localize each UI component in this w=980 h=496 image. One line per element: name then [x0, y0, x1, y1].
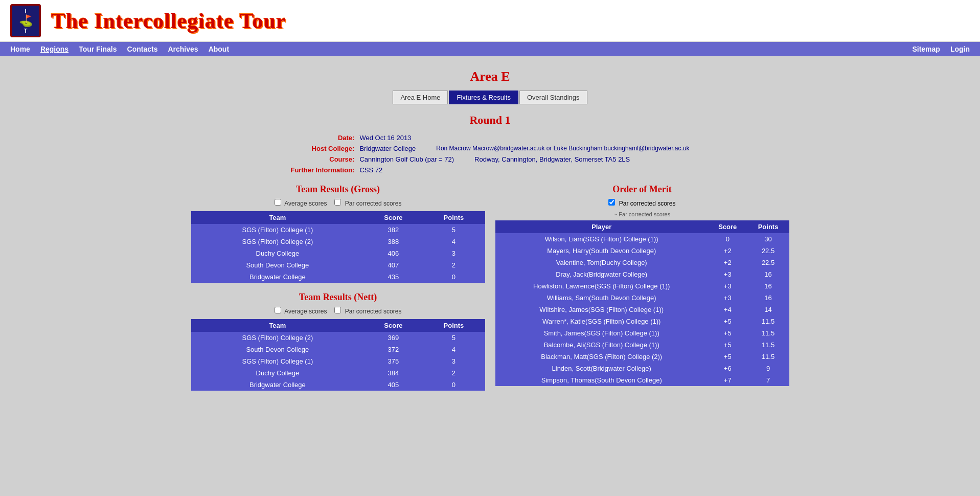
- host-value: Bridgwater College: [359, 145, 416, 152]
- gross-par-label[interactable]: Par corrected scores: [334, 199, 401, 207]
- gross-par-checkbox[interactable]: [334, 199, 341, 206]
- om-player-cell: Linden, Scott(Bridgwater College): [495, 363, 708, 374]
- om-player-cell: Mayers, Harry(South Devon College): [495, 245, 708, 257]
- tab-fixtures-results[interactable]: Fixtures & Results: [449, 91, 518, 104]
- nav-contacts[interactable]: Contacts: [127, 45, 158, 53]
- nav-regions[interactable]: Regions: [40, 45, 69, 53]
- page-title: Area E: [191, 69, 789, 84]
- om-score-cell: +5: [708, 327, 747, 339]
- gross-points-cell: 4: [422, 236, 485, 247]
- nett-score-cell: 375: [364, 355, 422, 367]
- info-grid: Date: Wed Oct 16 2013 Host College: Brid…: [290, 134, 689, 174]
- nett-table: Team Score Points SGS (Filton) College (…: [191, 319, 485, 391]
- nav-about[interactable]: About: [209, 45, 229, 53]
- nett-par-label[interactable]: Par corrected scores: [334, 307, 401, 315]
- nav-archives[interactable]: Archives: [168, 45, 198, 53]
- gross-score-cell: 407: [364, 259, 422, 271]
- table-row: South Devon College 407 2: [191, 259, 485, 271]
- tab-overall-standings[interactable]: Overall Standings: [519, 91, 587, 104]
- om-par-label[interactable]: Par corrected scores: [608, 199, 675, 207]
- om-score-cell: +5: [708, 315, 747, 327]
- om-col-player: Player: [495, 220, 708, 233]
- gross-title: Team Results (Gross): [191, 184, 485, 195]
- gross-score-cell: 388: [364, 236, 422, 247]
- nett-points-cell: 5: [422, 332, 485, 344]
- table-row: Smith, James(SGS (Filton) College (1)) +…: [495, 327, 789, 339]
- further-label: Further Information:: [290, 166, 354, 174]
- om-player-cell: Simpson, Thomas(South Devon College): [495, 374, 708, 386]
- om-par-checkbox[interactable]: [608, 199, 615, 206]
- nett-score-cell: 384: [364, 367, 422, 379]
- gross-avg-checkbox[interactable]: [275, 199, 281, 206]
- om-score-cell: +4: [708, 304, 747, 315]
- info-section: Date: Wed Oct 16 2013 Host College: Brid…: [191, 134, 789, 174]
- gross-team-cell: Bridgwater College: [191, 271, 364, 283]
- nett-score-cell: 372: [364, 344, 422, 355]
- gross-team-cell: SGS (Filton) College (1): [191, 224, 364, 236]
- nav-sitemap[interactable]: Sitemap: [912, 45, 940, 53]
- nett-checkboxes: Average scores Par corrected scores: [191, 307, 485, 315]
- nett-score-cell: 369: [364, 332, 422, 344]
- host-label: Host College:: [290, 145, 354, 152]
- nett-avg-label[interactable]: Average scores: [275, 307, 327, 315]
- om-note: ~ Far corrected scores: [495, 211, 789, 217]
- om-player-cell: Blackman, Matt(SGS (Filton) College (2)): [495, 351, 708, 363]
- om-table: Player Score Points Wilson, Liam(SGS (Fi…: [495, 220, 789, 386]
- nett-avg-checkbox[interactable]: [275, 307, 281, 313]
- round-title: Round 1: [191, 114, 789, 127]
- om-player-cell: Dray, Jack(Bridgwater College): [495, 268, 708, 280]
- nav-bar: Home Regions Tour Finals Contacts Archiv…: [0, 42, 980, 56]
- nav-home[interactable]: Home: [10, 45, 30, 53]
- table-row: SGS (Filton) College (2) 369 5: [191, 332, 485, 344]
- table-row: Bridgwater College 435 0: [191, 271, 485, 283]
- gross-score-cell: 406: [364, 247, 422, 259]
- om-points-cell: 11.5: [747, 315, 789, 327]
- table-row: Duchy College 406 3: [191, 247, 485, 259]
- om-points-cell: 30: [747, 233, 789, 245]
- om-score-cell: +3: [708, 280, 747, 292]
- gross-checkboxes: Average scores Par corrected scores: [191, 199, 485, 207]
- gross-col-points: Points: [422, 211, 485, 224]
- nav-right: Sitemap Login: [912, 45, 980, 53]
- gross-team-cell: South Devon College: [191, 259, 364, 271]
- om-score-cell: +2: [708, 257, 747, 268]
- om-score-cell: +6: [708, 363, 747, 374]
- om-col-score: Score: [708, 220, 747, 233]
- table-row: Balcombe, Ali(SGS (Filton) College (1)) …: [495, 339, 789, 351]
- om-player-cell: Williams, Sam(South Devon College): [495, 292, 708, 304]
- table-row: Blackman, Matt(SGS (Filton) College (2))…: [495, 351, 789, 363]
- table-row: Wilson, Liam(SGS (Filton) College (1)) 0…: [495, 233, 789, 245]
- gross-team-cell: Duchy College: [191, 247, 364, 259]
- gross-col-score: Score: [364, 211, 422, 224]
- table-row: Wiltshire, James(SGS (Filton) College (1…: [495, 304, 789, 315]
- table-row: SGS (Filton) College (1) 375 3: [191, 355, 485, 367]
- table-row: South Devon College 372 4: [191, 344, 485, 355]
- om-player-cell: Wiltshire, James(SGS (Filton) College (1…: [495, 304, 708, 315]
- om-player-cell: Wilson, Liam(SGS (Filton) College (1)): [495, 233, 708, 245]
- nett-par-checkbox[interactable]: [334, 307, 341, 313]
- left-column: Team Results (Gross) Average scores Par …: [191, 184, 485, 391]
- nett-team-cell: South Devon College: [191, 344, 364, 355]
- gross-avg-label[interactable]: Average scores: [275, 199, 327, 207]
- tab-area-home[interactable]: Area E Home: [393, 91, 448, 104]
- nav-tour-finals[interactable]: Tour Finals: [79, 45, 117, 53]
- date-label: Date:: [290, 134, 354, 142]
- om-score-cell: +3: [708, 292, 747, 304]
- nett-team-cell: SGS (Filton) College (1): [191, 355, 364, 367]
- gross-points-cell: 0: [422, 271, 485, 283]
- om-points-cell: 22.5: [747, 257, 789, 268]
- table-row: Simpson, Thomas(South Devon College) +7 …: [495, 374, 789, 386]
- nav-login[interactable]: Login: [950, 45, 970, 53]
- table-row: Valentine, Tom(Duchy College) +2 22.5: [495, 257, 789, 268]
- tab-bar: Area E Home Fixtures & Results Overall S…: [191, 91, 789, 104]
- om-player-cell: Warren*, Katie(SGS (Filton) College (1)): [495, 315, 708, 327]
- nett-points-cell: 4: [422, 344, 485, 355]
- om-score-cell: +3: [708, 268, 747, 280]
- nett-col-points: Points: [422, 319, 485, 332]
- om-points-cell: 22.5: [747, 245, 789, 257]
- om-points-cell: 16: [747, 268, 789, 280]
- om-player-cell: Howliston, Lawrence(SGS (Filton) College…: [495, 280, 708, 292]
- nett-title: Team Results (Nett): [191, 292, 485, 303]
- table-row: Linden, Scott(Bridgwater College) +6 9: [495, 363, 789, 374]
- nett-points-cell: 3: [422, 355, 485, 367]
